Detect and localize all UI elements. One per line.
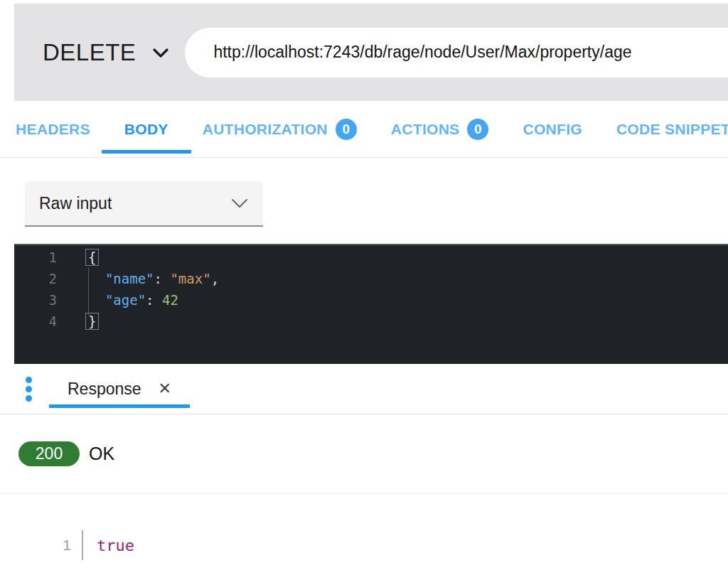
editor-line: 1{ — [14, 247, 728, 268]
chevron-down-icon[interactable] — [151, 45, 171, 60]
tab-label: CONFIG — [523, 121, 582, 138]
tab-bar: HEADERSBODYAUTHORIZATION0ACTIONS0CONFIGC… — [0, 101, 728, 158]
tab-label: AUTHORIZATION — [203, 121, 328, 138]
url-input[interactable]: http://localhost:7243/db/rage/node/User/… — [185, 28, 728, 77]
response-value: true — [97, 537, 134, 554]
response-tab-row: Response ✕ — [0, 364, 728, 414]
method-label: DELETE — [43, 39, 136, 66]
response-tab-label: Response — [68, 380, 141, 399]
url-text: http://localhost:7243/db/rage/node/User/… — [213, 43, 631, 62]
tab-count-badge: 0 — [467, 119, 488, 140]
tab-label: BODY — [124, 121, 168, 138]
tab-label: ACTIONS — [391, 121, 460, 138]
body-section: Raw input 1{2 "name": "max",3 "age": 424… — [0, 181, 728, 364]
request-bar: DELETE http://localhost:7243/db/rage/nod… — [14, 4, 728, 101]
chevron-down-icon — [230, 197, 249, 210]
response-line-number: 1 — [18, 537, 71, 554]
line-number: 3 — [14, 292, 57, 308]
tab-body[interactable]: BODY — [123, 101, 170, 157]
tab-config[interactable]: CONFIG — [521, 101, 583, 157]
editor-line: 3 "age": 42 — [14, 289, 728, 311]
line-content: { — [57, 249, 99, 266]
line-number: 2 — [14, 271, 57, 286]
kebab-menu-icon[interactable] — [26, 377, 32, 402]
tab-authorization[interactable]: AUTHORIZATION0 — [201, 101, 358, 157]
line-number: 4 — [14, 313, 57, 329]
tab-label: HEADERS — [16, 121, 90, 138]
gutter-divider — [82, 530, 83, 560]
response-body: 1 true — [0, 530, 728, 560]
line-content: "age": 42 — [57, 292, 178, 308]
indent-guide — [88, 268, 89, 315]
editor-line: 2 "name": "max", — [14, 268, 728, 289]
request-body-editor[interactable]: 1{2 "name": "max",3 "age": 424} — [14, 244, 728, 364]
status-text: OK — [89, 444, 114, 464]
body-type-selected-value: Raw input — [39, 194, 112, 213]
status-code-badge: 200 — [18, 441, 80, 466]
close-icon[interactable]: ✕ — [159, 380, 171, 398]
tab-label: CODE SNIPPETS — [616, 121, 728, 138]
tab-headers[interactable]: HEADERS — [14, 101, 92, 157]
rest-client-page: DELETE http://localhost:7243/db/rage/nod… — [0, 4, 728, 560]
line-number: 1 — [14, 249, 57, 265]
tab-count-badge: 0 — [336, 119, 357, 140]
tab-code-snippets[interactable]: CODE SNIPPETS — [615, 101, 728, 157]
tab-actions[interactable]: ACTIONS0 — [390, 101, 491, 157]
line-content: "name": "max", — [57, 271, 219, 286]
editor-line: 4} — [14, 311, 728, 332]
body-type-select[interactable]: Raw input — [25, 181, 263, 227]
method-dropdown[interactable]: DELETE — [43, 39, 171, 66]
response-status-row: 200 OK — [0, 414, 728, 494]
tab-response[interactable]: Response ✕ — [49, 364, 190, 414]
line-content: } — [57, 313, 99, 330]
